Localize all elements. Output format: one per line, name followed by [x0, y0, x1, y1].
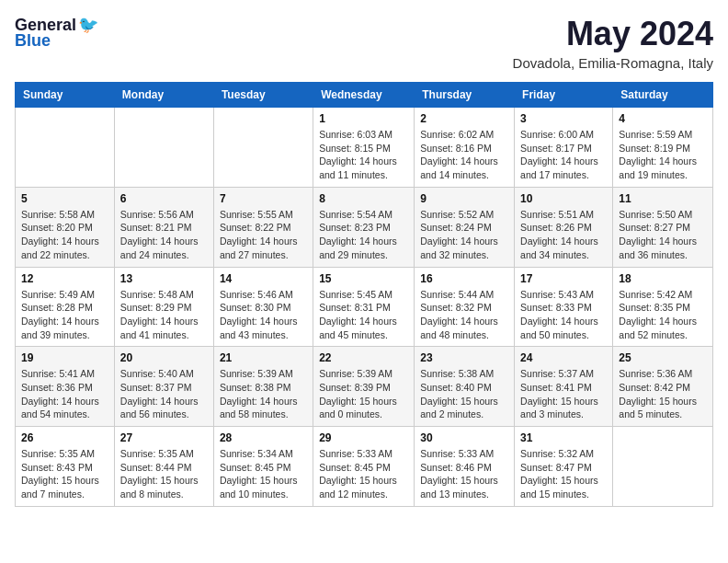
day-cell: 2Sunrise: 6:02 AM Sunset: 8:16 PM Daylig…	[415, 108, 515, 188]
week-row-3: 12Sunrise: 5:49 AM Sunset: 8:28 PM Dayli…	[16, 267, 713, 347]
day-cell: 1Sunrise: 6:03 AM Sunset: 8:15 PM Daylig…	[313, 108, 415, 188]
day-cell: 18Sunrise: 5:42 AM Sunset: 8:35 PM Dayli…	[613, 267, 713, 347]
weekday-header-saturday: Saturday	[613, 83, 713, 108]
day-cell: 4Sunrise: 5:59 AM Sunset: 8:19 PM Daylig…	[613, 108, 713, 188]
day-info: Sunrise: 5:54 AM Sunset: 8:23 PM Dayligh…	[319, 208, 408, 262]
title-area: May 2024 Dovadola, Emilia-Romagna, Italy	[513, 15, 713, 71]
day-cell: 30Sunrise: 5:33 AM Sunset: 8:46 PM Dayli…	[415, 427, 515, 507]
day-cell	[114, 108, 213, 188]
weekday-header-sunday: Sunday	[16, 83, 115, 108]
day-number: 13	[120, 272, 208, 285]
day-info: Sunrise: 5:50 AM Sunset: 8:27 PM Dayligh…	[619, 208, 707, 262]
day-number: 20	[120, 351, 208, 364]
day-cell: 13Sunrise: 5:48 AM Sunset: 8:29 PM Dayli…	[114, 267, 213, 347]
day-cell	[16, 108, 115, 188]
weekday-header-thursday: Thursday	[415, 83, 515, 108]
day-number: 29	[319, 431, 408, 444]
location-subtitle: Dovadola, Emilia-Romagna, Italy	[513, 55, 713, 71]
day-number: 27	[120, 431, 208, 444]
day-cell: 12Sunrise: 5:49 AM Sunset: 8:28 PM Dayli…	[16, 267, 115, 347]
day-info: Sunrise: 5:46 AM Sunset: 8:30 PM Dayligh…	[220, 288, 307, 342]
day-number: 26	[21, 431, 108, 444]
day-info: Sunrise: 5:35 AM Sunset: 8:44 PM Dayligh…	[120, 447, 208, 501]
day-info: Sunrise: 5:55 AM Sunset: 8:22 PM Dayligh…	[220, 208, 307, 262]
month-title: May 2024	[513, 15, 713, 53]
day-info: Sunrise: 5:58 AM Sunset: 8:20 PM Dayligh…	[21, 208, 108, 262]
day-number: 4	[619, 112, 707, 125]
header: General 🐦 Blue May 2024 Dovadola, Emilia…	[15, 15, 713, 71]
day-number: 18	[619, 272, 707, 285]
weekday-header-wednesday: Wednesday	[313, 83, 415, 108]
day-number: 17	[520, 272, 607, 285]
day-info: Sunrise: 5:40 AM Sunset: 8:37 PM Dayligh…	[120, 367, 208, 421]
day-number: 25	[619, 351, 707, 364]
logo-blue-text: Blue	[15, 31, 51, 51]
day-cell: 28Sunrise: 5:34 AM Sunset: 8:45 PM Dayli…	[213, 427, 313, 507]
day-info: Sunrise: 5:35 AM Sunset: 8:43 PM Dayligh…	[21, 447, 108, 501]
day-number: 19	[21, 351, 108, 364]
day-info: Sunrise: 5:41 AM Sunset: 8:36 PM Dayligh…	[21, 367, 108, 421]
day-cell: 8Sunrise: 5:54 AM Sunset: 8:23 PM Daylig…	[313, 187, 415, 267]
day-number: 12	[21, 272, 108, 285]
day-cell: 14Sunrise: 5:46 AM Sunset: 8:30 PM Dayli…	[213, 267, 313, 347]
day-number: 1	[319, 112, 408, 125]
day-cell: 10Sunrise: 5:51 AM Sunset: 8:26 PM Dayli…	[515, 187, 613, 267]
day-info: Sunrise: 5:34 AM Sunset: 8:45 PM Dayligh…	[220, 447, 307, 501]
day-cell: 6Sunrise: 5:56 AM Sunset: 8:21 PM Daylig…	[114, 187, 213, 267]
day-cell: 17Sunrise: 5:43 AM Sunset: 8:33 PM Dayli…	[515, 267, 613, 347]
day-info: Sunrise: 6:00 AM Sunset: 8:17 PM Dayligh…	[520, 128, 607, 182]
day-number: 10	[520, 192, 607, 205]
day-number: 9	[420, 192, 508, 205]
day-cell: 21Sunrise: 5:39 AM Sunset: 8:38 PM Dayli…	[213, 347, 313, 427]
day-info: Sunrise: 5:39 AM Sunset: 8:38 PM Dayligh…	[220, 367, 307, 421]
week-row-1: 1Sunrise: 6:03 AM Sunset: 8:15 PM Daylig…	[16, 108, 713, 188]
day-number: 15	[319, 272, 408, 285]
day-number: 30	[420, 431, 508, 444]
week-row-2: 5Sunrise: 5:58 AM Sunset: 8:20 PM Daylig…	[16, 187, 713, 267]
day-cell: 16Sunrise: 5:44 AM Sunset: 8:32 PM Dayli…	[415, 267, 515, 347]
day-number: 3	[520, 112, 607, 125]
day-info: Sunrise: 5:37 AM Sunset: 8:41 PM Dayligh…	[520, 367, 607, 421]
day-info: Sunrise: 5:33 AM Sunset: 8:45 PM Dayligh…	[319, 447, 408, 501]
day-number: 7	[220, 192, 307, 205]
day-info: Sunrise: 5:36 AM Sunset: 8:42 PM Dayligh…	[619, 367, 707, 421]
day-cell: 19Sunrise: 5:41 AM Sunset: 8:36 PM Dayli…	[16, 347, 115, 427]
day-cell: 3Sunrise: 6:00 AM Sunset: 8:17 PM Daylig…	[515, 108, 613, 188]
day-number: 14	[220, 272, 307, 285]
day-cell: 27Sunrise: 5:35 AM Sunset: 8:44 PM Dayli…	[114, 427, 213, 507]
weekday-header-monday: Monday	[114, 83, 213, 108]
day-number: 21	[220, 351, 307, 364]
day-number: 31	[520, 431, 607, 444]
day-cell: 25Sunrise: 5:36 AM Sunset: 8:42 PM Dayli…	[613, 347, 713, 427]
day-info: Sunrise: 5:45 AM Sunset: 8:31 PM Dayligh…	[319, 288, 408, 342]
day-number: 6	[120, 192, 208, 205]
day-info: Sunrise: 5:44 AM Sunset: 8:32 PM Dayligh…	[420, 288, 508, 342]
day-cell: 15Sunrise: 5:45 AM Sunset: 8:31 PM Dayli…	[313, 267, 415, 347]
day-cell: 22Sunrise: 5:39 AM Sunset: 8:39 PM Dayli…	[313, 347, 415, 427]
day-info: Sunrise: 5:59 AM Sunset: 8:19 PM Dayligh…	[619, 128, 707, 182]
weekday-header-tuesday: Tuesday	[213, 83, 313, 108]
day-cell: 11Sunrise: 5:50 AM Sunset: 8:27 PM Dayli…	[613, 187, 713, 267]
day-info: Sunrise: 5:42 AM Sunset: 8:35 PM Dayligh…	[619, 288, 707, 342]
day-info: Sunrise: 6:02 AM Sunset: 8:16 PM Dayligh…	[420, 128, 508, 182]
day-number: 8	[319, 192, 408, 205]
day-cell: 24Sunrise: 5:37 AM Sunset: 8:41 PM Dayli…	[515, 347, 613, 427]
day-cell: 31Sunrise: 5:32 AM Sunset: 8:47 PM Dayli…	[515, 427, 613, 507]
logo: General 🐦 Blue	[15, 15, 98, 51]
day-info: Sunrise: 5:39 AM Sunset: 8:39 PM Dayligh…	[319, 367, 408, 421]
day-info: Sunrise: 5:52 AM Sunset: 8:24 PM Dayligh…	[420, 208, 508, 262]
day-number: 16	[420, 272, 508, 285]
weekday-header-row: SundayMondayTuesdayWednesdayThursdayFrid…	[16, 83, 713, 108]
day-cell: 29Sunrise: 5:33 AM Sunset: 8:45 PM Dayli…	[313, 427, 415, 507]
day-number: 22	[319, 351, 408, 364]
day-cell: 23Sunrise: 5:38 AM Sunset: 8:40 PM Dayli…	[415, 347, 515, 427]
day-cell	[613, 427, 713, 507]
day-info: Sunrise: 5:51 AM Sunset: 8:26 PM Dayligh…	[520, 208, 607, 262]
day-info: Sunrise: 5:49 AM Sunset: 8:28 PM Dayligh…	[21, 288, 108, 342]
day-number: 11	[619, 192, 707, 205]
day-cell: 9Sunrise: 5:52 AM Sunset: 8:24 PM Daylig…	[415, 187, 515, 267]
day-number: 24	[520, 351, 607, 364]
day-cell: 20Sunrise: 5:40 AM Sunset: 8:37 PM Dayli…	[114, 347, 213, 427]
day-info: Sunrise: 5:32 AM Sunset: 8:47 PM Dayligh…	[520, 447, 607, 501]
week-row-4: 19Sunrise: 5:41 AM Sunset: 8:36 PM Dayli…	[16, 347, 713, 427]
